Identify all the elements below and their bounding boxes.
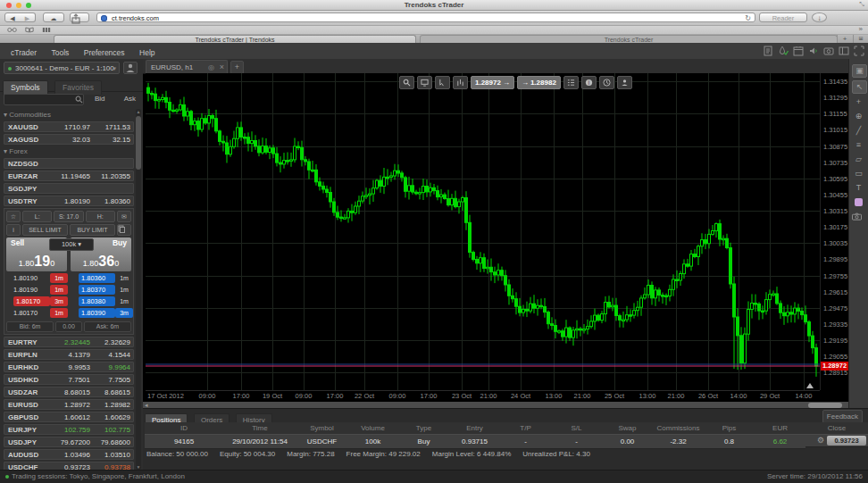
camera-tool[interactable] — [852, 212, 865, 224]
bookmarks-book-icon[interactable] — [25, 27, 34, 33]
pin-icon[interactable]: ◎ — [208, 61, 214, 74]
close-icon[interactable]: × — [220, 61, 224, 74]
quote-row-usdtry[interactable]: USDTRY1.801901.80360 — [4, 196, 134, 206]
scroll-up-icon[interactable]: ▲ — [136, 109, 141, 114]
top-sites-icon[interactable] — [42, 27, 51, 33]
notes-icon[interactable] — [763, 46, 773, 56]
quote-row-usdjpy[interactable]: USDJPY79.6720079.68600 — [4, 437, 134, 447]
favorite-star-button[interactable]: ☆ — [6, 211, 21, 222]
downloads-button[interactable]: ↓ — [812, 12, 827, 22]
fullscreen-icon[interactable] — [854, 46, 864, 56]
share-button[interactable] — [70, 12, 89, 22]
dom-bid-row[interactable]: 1.801901m — [6, 273, 75, 283]
crosshair-tool[interactable]: + — [852, 96, 865, 108]
icloud-tabs-button[interactable]: ☁ — [43, 12, 64, 22]
quote-row-audusd[interactable]: AUDUSD1.034961.03510 — [4, 449, 134, 460]
chart-canvas[interactable] — [146, 73, 820, 390]
trendline-tool[interactable]: ╱ — [852, 125, 865, 137]
quote-row-xagusd[interactable]: XAGUSD32.0332.15 — [4, 134, 134, 145]
text-tool[interactable]: T — [852, 182, 865, 194]
info-button[interactable]: i — [6, 224, 21, 236]
reader-button[interactable]: Reader — [759, 12, 807, 22]
dom-bid-row[interactable]: 1.801901m — [6, 285, 75, 295]
sell-limit-button[interactable]: SELL LIMIT — [22, 224, 68, 236]
alert-envelope-button[interactable]: ✉ — [117, 211, 131, 222]
quick-buy-button[interactable]: →1.28982 — [517, 76, 561, 89]
reading-list-icon[interactable] — [7, 27, 17, 33]
quote-row-eurzar[interactable]: EURZAR11.1946511.20355 — [4, 171, 134, 181]
screenshot-icon[interactable] — [823, 46, 834, 56]
account-user-button[interactable] — [123, 62, 138, 74]
ink-check-icon[interactable] — [778, 46, 789, 56]
quote-row-usdhkd[interactable]: USDHKD7.75017.7505 — [4, 374, 134, 385]
buy-limit-button[interactable]: BUY LIMIT — [70, 224, 115, 236]
quote-row-eurhkd[interactable]: EURHKD9.99539.9964 — [4, 362, 134, 372]
reload-icon[interactable]: ↻ — [745, 13, 751, 23]
chart-type-button[interactable] — [453, 76, 468, 89]
rectangle-tool[interactable]: ▭ — [852, 168, 865, 179]
close-position-button[interactable]: 0.93723 — [827, 436, 866, 446]
fibonacci-tool[interactable]: ≡ — [852, 139, 865, 151]
quote-row-eurusd[interactable]: EURUSD1.289721.28982 — [4, 399, 134, 410]
sessions-clock-button[interactable] — [599, 76, 614, 89]
quote-row-eurpln[interactable]: EURPLN4.13794.1544 — [4, 349, 134, 360]
screen: Trendoks cTrader ⤡ ◀ ▶ ☁ ct.trendoks.com… — [0, 0, 868, 483]
layout-icon[interactable] — [839, 46, 849, 56]
scrollbar-thumb[interactable] — [136, 116, 141, 170]
url-field[interactable]: ct.trendoks.com ↻ — [96, 12, 755, 22]
crosshair-label-tool[interactable]: ⊕ — [852, 111, 865, 122]
new-tab-button[interactable]: + — [837, 35, 852, 43]
quote-row-eurtry[interactable]: EURTRY2.324452.32629 — [4, 337, 134, 347]
chart-window-tool[interactable]: ▣ — [852, 64, 867, 78]
gear-icon[interactable]: ⚙ — [817, 434, 824, 447]
dom-bid-row[interactable]: 1.801703m — [6, 296, 75, 306]
browser-tab-active[interactable]: Trendoks cTrader | Trendoks — [54, 35, 416, 43]
quick-sell-button[interactable]: 1.28972→ — [471, 76, 514, 89]
bid-value: 79.67200 — [61, 437, 90, 448]
chart-tab-eurusd-h1[interactable]: EURUSD, h1 ◎ × — [146, 60, 228, 73]
crosshair-tool-button[interactable] — [435, 76, 450, 89]
quote-row-usdchf[interactable]: USDCHF0.937230.93738 — [4, 462, 134, 470]
position-row[interactable]: 9416529/10/2012 11:54USDCHF100kBuy0.9371… — [145, 434, 866, 449]
quote-row-nzdsgd[interactable]: NZDSGD — [4, 158, 134, 169]
browser-tab-inactive[interactable]: Trendoks cTrader — [420, 35, 838, 43]
zoom-tool-button[interactable] — [399, 76, 414, 89]
channel-tool[interactable]: ▱ — [852, 154, 865, 165]
overflow-chevrons-icon[interactable]: » — [859, 25, 863, 33]
symbol-name: EURUSD — [8, 400, 38, 411]
sound-icon[interactable] — [808, 46, 819, 56]
color-swatch-tool[interactable] — [855, 198, 863, 206]
feedback-button[interactable]: Feedback — [822, 410, 863, 423]
drawing-toolbar: ▣ ↖ + ⊕ ╱ ≡ ▱ ▭ T — [848, 59, 868, 408]
group-header-forex[interactable]: ▾ Forex — [4, 146, 134, 157]
dom-ask-row[interactable]: 1.803601m — [77, 273, 134, 283]
cursor-tool[interactable]: ↖ — [852, 80, 867, 94]
dom-bid-row[interactable]: 1.801701m — [6, 308, 75, 318]
dom-ask-row[interactable]: 1.803701m — [77, 285, 134, 295]
watchlist-button[interactable] — [563, 76, 579, 89]
back-button[interactable]: ◀ — [4, 12, 21, 22]
chart-mode-button[interactable] — [417, 76, 432, 89]
quote-row-eurjpy[interactable]: EURJPY102.759102.775 — [4, 424, 134, 435]
dom-ask-row[interactable]: 1.803801m — [77, 296, 134, 306]
community-button[interactable] — [617, 76, 632, 89]
sidebar-scrollbar[interactable]: ▲ ▼ — [136, 109, 141, 470]
info-button[interactable]: i — [581, 76, 597, 89]
quote-row-usdzar[interactable]: USDZAR8.680158.68615 — [4, 387, 134, 397]
orders-clipboard-button[interactable] — [117, 224, 131, 236]
quote-row-sgdjpy[interactable]: SGDJPY — [4, 183, 134, 194]
volume-select[interactable]: 100k ▾ — [49, 238, 94, 251]
tab-overview-button[interactable]: ⊞ — [853, 35, 868, 43]
account-selector[interactable]: 3000641 - Demo - EUR - 1:100 ▾ — [4, 62, 120, 74]
new-chart-button[interactable]: + — [230, 61, 244, 74]
forward-button[interactable]: ▶ — [20, 12, 36, 22]
quote-row-xauusd[interactable]: XAUUSD1710.971711.53 — [4, 121, 134, 132]
quote-row-gbpusd[interactable]: GBPUSD1.606121.60629 — [4, 412, 134, 422]
calendar-icon[interactable] — [793, 46, 804, 56]
group-header-commodities[interactable]: ▾ Commodities — [4, 110, 134, 121]
dom-ask-row[interactable]: 1.803903m — [77, 308, 134, 318]
tab-favorites[interactable]: Favorites — [54, 80, 102, 95]
tab-symbols[interactable]: Symbols — [3, 80, 48, 95]
search-input[interactable] — [4, 94, 84, 105]
expand-icon[interactable]: ⤡ — [859, 1, 864, 8]
